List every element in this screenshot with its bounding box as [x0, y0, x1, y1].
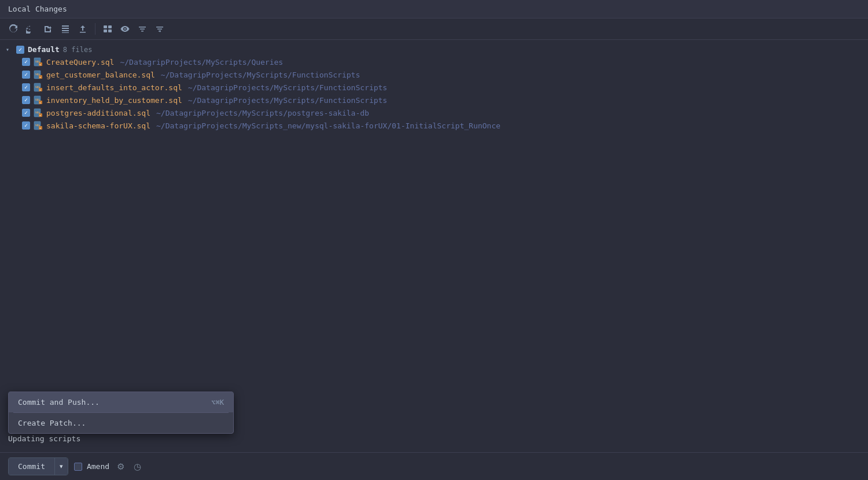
commit-dropdown-menu: Commit and Push... ⌥⌘K Create Patch... [8, 392, 234, 434]
svg-rect-3 [108, 29, 112, 32]
file-row-2[interactable]: SQL s insert_defaults_into_actor.sql ~/D… [0, 81, 868, 94]
commit-button-label: Commit [18, 462, 45, 471]
bottom-bar: Commit ▾ Amend ⚙ ◷ [0, 452, 868, 480]
commit-button-group: Commit ▾ [8, 457, 68, 475]
move-icon [43, 24, 53, 34]
file-row-3[interactable]: SQL s inventory_held_by_customer.sql ~/D… [0, 94, 868, 106]
eye-icon [120, 24, 130, 34]
history-button[interactable]: ◷ [132, 460, 143, 474]
group-name: Default [28, 45, 60, 54]
sort-desc-icon [155, 24, 164, 34]
file-checkbox-2[interactable] [22, 83, 30, 91]
view-options-button[interactable] [117, 22, 133, 36]
refresh-button[interactable] [6, 22, 21, 36]
file-checkbox-1[interactable] [22, 71, 30, 79]
refresh-icon [9, 24, 18, 34]
file-row-5[interactable]: SQL s sakila-schema-forUX.sql ~/Datagrip… [0, 119, 868, 132]
unshelve-icon [78, 24, 87, 34]
sql-file-icon-1: SQL s [34, 70, 43, 79]
file-path-1: ~/DatagripProjects/MyScripts/FunctionScr… [161, 71, 360, 79]
unshelve-button[interactable] [75, 22, 90, 36]
group-by-icon [103, 24, 112, 34]
file-path-4: ~/DatagripProjects/MyScripts/postgres-sa… [156, 109, 369, 117]
file-row-0[interactable]: SQL s CreateQuery.sql ~/DatagripProjects… [0, 56, 868, 68]
group-chevron-icon: ▾ [6, 46, 13, 53]
sort-icon [138, 24, 147, 34]
commit-and-push-label: Commit and Push... [18, 398, 100, 407]
file-path-2: ~/DatagripProjects/MyScripts/FunctionScr… [188, 83, 387, 92]
file-row-1[interactable]: SQL s get_customer_balance.sql ~/Datagri… [0, 68, 868, 81]
amend-label[interactable]: Amend [74, 462, 109, 471]
svg-rect-2 [104, 29, 107, 32]
settings-button[interactable]: ⚙ [115, 460, 126, 474]
shelve-button[interactable] [58, 22, 73, 36]
rollback-button[interactable] [23, 22, 38, 36]
panel-header: Local Changes [0, 0, 868, 19]
file-checkbox-4[interactable] [22, 109, 30, 117]
amend-text: Amend [87, 462, 109, 471]
shelve-icon [61, 24, 70, 34]
sql-file-icon-3: SQL s [34, 95, 43, 105]
sort-desc-button[interactable] [152, 22, 167, 36]
rollback-icon [26, 24, 35, 34]
sql-file-icon-4: SQL s [34, 108, 43, 117]
file-name-5: sakila-schema-forUX.sql [46, 121, 150, 130]
commit-arrow-icon: ▾ [60, 463, 63, 470]
amend-checkbox[interactable] [74, 463, 82, 471]
panel-title: Local Changes [8, 5, 67, 13]
file-row-4[interactable]: SQL s postgres-additional.sql ~/Datagrip… [0, 106, 868, 119]
file-checkbox-5[interactable] [22, 121, 30, 130]
file-name-0: CreateQuery.sql [46, 58, 114, 67]
file-path-0: ~/DatagripProjects/MyScripts/Queries [120, 58, 283, 67]
create-patch-label: Create Patch... [18, 419, 86, 427]
create-patch-item[interactable]: Create Patch... [9, 413, 233, 433]
sql-file-icon-5: SQL s [34, 121, 43, 130]
commit-button[interactable]: Commit [9, 458, 54, 475]
settings-icon: ⚙ [117, 461, 124, 472]
file-path-5: ~/DatagripProjects/MyScripts_new/mysql-s… [156, 121, 501, 130]
file-tree: ▾ Default 8 files SQL s CreateQuery.sql … [0, 40, 868, 425]
changelist-group-default[interactable]: ▾ Default 8 files [0, 43, 868, 56]
local-changes-panel: Local Changes [0, 0, 868, 480]
file-name-4: postgres-additional.sql [46, 109, 150, 117]
toolbar-separator-1 [95, 23, 95, 35]
move-changelist-button[interactable] [41, 22, 56, 36]
svg-rect-0 [104, 25, 107, 28]
file-checkbox-3[interactable] [22, 96, 30, 104]
sort-button[interactable] [135, 22, 150, 36]
commit-and-push-shortcut: ⌥⌘K [211, 398, 224, 407]
sql-file-icon-0: SQL s [34, 57, 43, 67]
svg-rect-1 [108, 25, 112, 28]
clock-icon: ◷ [134, 461, 141, 472]
file-path-3: ~/DatagripProjects/MyScripts/FunctionScr… [188, 96, 387, 105]
file-checkbox-0[interactable] [22, 58, 30, 66]
commit-dropdown-toggle[interactable]: ▾ [54, 458, 68, 475]
group-by-button[interactable] [100, 22, 115, 36]
group-file-count: 8 files [63, 46, 93, 54]
toolbar [0, 19, 868, 40]
commit-and-push-item[interactable]: Commit and Push... ⌥⌘K [9, 392, 233, 412]
file-name-1: get_customer_balance.sql [46, 71, 155, 79]
file-name-3: inventory_held_by_customer.sql [46, 96, 182, 105]
group-checkbox[interactable] [16, 46, 24, 54]
status-text: Updating scripts [8, 434, 80, 443]
sql-file-icon-2: SQL s [34, 83, 43, 92]
file-name-2: insert_defaults_into_actor.sql [46, 83, 182, 92]
